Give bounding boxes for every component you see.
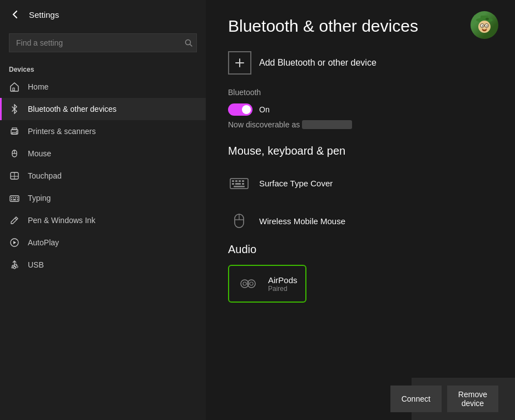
- search-input[interactable]: [9, 33, 197, 52]
- autoplay-icon: [9, 237, 20, 248]
- bluetooth-on-label: On: [259, 105, 270, 114]
- svg-rect-19: [13, 199, 16, 200]
- mouse-keyboard-section-title: Mouse, keyboard & pen: [228, 145, 493, 157]
- search-box: [9, 33, 197, 52]
- svg-point-37: [482, 26, 483, 27]
- discoverable-prefix: Now discoverable as: [228, 120, 300, 129]
- device-mouse-info: Wireless Mobile Mouse: [259, 216, 345, 226]
- airpods-status: Paired: [268, 285, 298, 293]
- sidebar-item-pen-label: Pen & Windows Ink: [28, 216, 95, 225]
- svg-rect-5: [12, 132, 17, 134]
- svg-rect-13: [10, 196, 19, 201]
- sidebar-item-mouse-label: Mouse: [28, 149, 51, 158]
- sidebar-header: Settings: [0, 0, 206, 29]
- svg-rect-14: [11, 197, 12, 199]
- airpods-info: AirPods Paired: [268, 275, 298, 293]
- search-icon[interactable]: [185, 39, 192, 47]
- sidebar-item-bluetooth-label: Bluetooth & other devices: [28, 105, 117, 113]
- connect-button[interactable]: Connect: [390, 386, 442, 412]
- avatar-image: [471, 11, 498, 39]
- bluetooth-section-heading: Bluetooth: [228, 88, 493, 97]
- sidebar-item-touchpad[interactable]: Touchpad: [0, 165, 206, 187]
- typing-icon: [9, 192, 20, 204]
- surface-type-cover-name: Surface Type Cover: [259, 179, 333, 188]
- devices-section-label: Devices: [0, 61, 206, 76]
- page-title: Bluetooth & other devices: [228, 17, 493, 36]
- svg-point-6: [16, 131, 17, 132]
- printer-icon: [9, 126, 20, 137]
- svg-rect-52: [234, 186, 245, 187]
- svg-rect-4: [12, 128, 17, 130]
- sidebar-item-typing-label: Typing: [28, 194, 51, 202]
- svg-rect-48: [242, 180, 244, 182]
- back-button[interactable]: [9, 8, 22, 21]
- device-wireless-mouse: Wireless Mobile Mouse: [228, 204, 493, 238]
- svg-point-29: [12, 267, 13, 268]
- airpods-item[interactable]: AirPods Paired: [228, 265, 306, 303]
- remove-device-button[interactable]: Remove device: [447, 386, 498, 412]
- mouse-device-icon: [228, 210, 250, 232]
- sidebar-item-usb[interactable]: USB: [0, 254, 206, 276]
- main-content: Bluetooth & other devices Add Bluetooth …: [206, 0, 515, 420]
- discoverable-name: [302, 120, 352, 129]
- svg-rect-51: [242, 183, 244, 185]
- add-device-button[interactable]: Add Bluetooth or other device: [228, 51, 377, 75]
- device-surface-type-cover: Surface Type Cover: [228, 166, 493, 200]
- svg-point-38: [487, 26, 488, 27]
- svg-rect-20: [17, 199, 18, 200]
- sidebar-item-usb-label: USB: [28, 260, 44, 269]
- add-icon: [228, 51, 251, 75]
- svg-rect-16: [15, 197, 16, 199]
- keyboard-device-icon: [228, 172, 250, 194]
- discoverable-text: Now discoverable as: [228, 120, 493, 129]
- svg-line-21: [15, 218, 17, 220]
- bottom-actions: Connect Remove device: [412, 378, 515, 420]
- sidebar-item-touchpad-label: Touchpad: [28, 171, 62, 180]
- sidebar: Settings Devices Home Bluetooth & other: [0, 0, 206, 420]
- svg-rect-18: [11, 199, 12, 200]
- sidebar-item-home[interactable]: Home: [0, 76, 206, 98]
- touchpad-icon: [9, 170, 20, 181]
- sidebar-item-pen[interactable]: Pen & Windows Ink: [0, 209, 206, 231]
- svg-rect-49: [232, 183, 234, 185]
- device-surface-info: Surface Type Cover: [259, 179, 333, 188]
- audio-section: Audio AirPods Paired: [228, 243, 493, 309]
- home-icon: [9, 81, 20, 92]
- svg-rect-47: [239, 180, 241, 182]
- bluetooth-toggle-row: On: [228, 103, 493, 116]
- audio-section-title: Audio: [228, 243, 493, 256]
- svg-line-1: [190, 45, 192, 47]
- sidebar-item-typing[interactable]: Typing: [0, 187, 206, 209]
- sidebar-item-printers-label: Printers & scanners: [28, 127, 96, 136]
- svg-point-30: [13, 266, 16, 269]
- svg-point-57: [243, 282, 246, 285]
- bluetooth-icon: [9, 103, 20, 115]
- svg-rect-15: [13, 197, 14, 199]
- mouse-icon: [9, 148, 20, 159]
- svg-point-33: [486, 18, 489, 20]
- wireless-mouse-name: Wireless Mobile Mouse: [259, 216, 345, 226]
- sidebar-title: Settings: [29, 10, 59, 19]
- sidebar-item-autoplay[interactable]: AutoPlay: [0, 231, 206, 254]
- svg-rect-2: [13, 88, 14, 91]
- sidebar-item-home-label: Home: [28, 82, 48, 91]
- pen-icon: [9, 215, 20, 226]
- toggle-knob: [242, 105, 251, 114]
- add-device-label: Add Bluetooth or other device: [259, 58, 377, 68]
- avatar: [471, 11, 498, 39]
- sidebar-item-printers[interactable]: Printers & scanners: [0, 120, 206, 142]
- airpods-name: AirPods: [268, 275, 298, 285]
- svg-rect-50: [235, 183, 241, 185]
- sidebar-item-autoplay-label: AutoPlay: [28, 238, 59, 247]
- svg-point-59: [250, 282, 253, 285]
- bluetooth-toggle[interactable]: [228, 103, 252, 116]
- svg-rect-45: [232, 180, 234, 182]
- sidebar-item-mouse[interactable]: Mouse: [0, 142, 206, 165]
- svg-rect-46: [235, 180, 237, 182]
- airpods-icon: [237, 273, 259, 295]
- svg-rect-17: [17, 197, 18, 199]
- sidebar-item-bluetooth[interactable]: Bluetooth & other devices: [0, 98, 206, 120]
- usb-icon: [9, 259, 20, 270]
